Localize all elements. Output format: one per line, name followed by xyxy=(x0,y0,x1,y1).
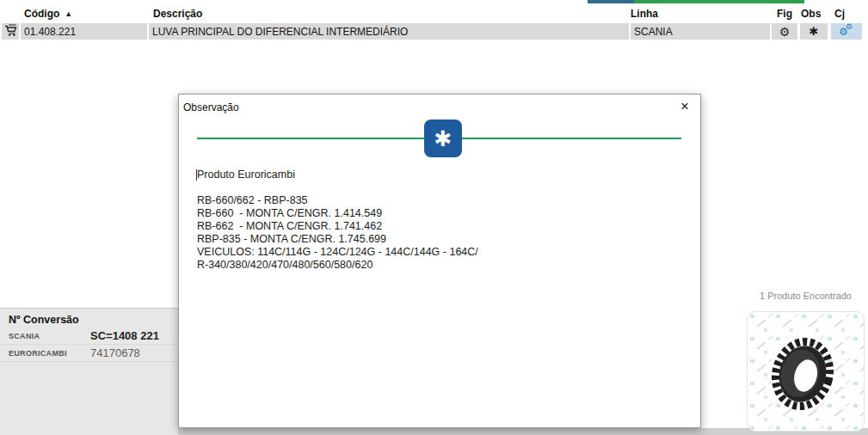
conversion-brand-label: EURORICAMBI xyxy=(9,349,67,358)
figure-button[interactable]: ⚙ xyxy=(772,23,797,40)
row-cell-descricao[interactable]: LUVA PRINCIPAL DO DIFERENCIAL INTERMEDIÁ… xyxy=(149,23,629,40)
conversion-value: 74170678 xyxy=(90,346,140,359)
product-image xyxy=(748,312,864,431)
conversion-row: EURORICAMBI 74170678 xyxy=(0,345,178,362)
toolbar-strip-dark xyxy=(588,0,634,3)
observation-text-area[interactable]: Produto Euroricambi RB-660/662 - RBP-835… xyxy=(197,168,683,272)
observation-line: RB-660/662 - RBP-835 xyxy=(197,194,683,207)
gear-icon: ⚙ xyxy=(779,26,791,38)
asterisk-icon: ✱ xyxy=(810,26,819,37)
text-caret xyxy=(196,169,197,181)
column-header-cj[interactable]: Cj xyxy=(834,8,845,20)
column-header-codigo[interactable]: Código▲ xyxy=(24,8,72,20)
column-header-descricao[interactable]: Descrição xyxy=(153,8,202,20)
observation-line: RB-662 - MONTA C/ENGR. 1.741.462 xyxy=(197,220,683,233)
dialog-title: Observação xyxy=(183,101,239,113)
observation-line: RB-660 - MONTA C/ENGR. 1.414.549 xyxy=(197,207,683,220)
conversion-row: SCANIA SC=1408 221 xyxy=(0,328,178,345)
observation-badge: ✱ xyxy=(424,119,462,157)
column-header-obs[interactable]: Obs xyxy=(801,8,821,20)
column-header-linha[interactable]: Linha xyxy=(631,8,658,20)
conversion-panel-title: Nº Conversão xyxy=(9,314,79,326)
asterisk-icon: ✱ xyxy=(434,126,452,151)
conversion-brand-label: SCANIA xyxy=(9,332,40,340)
row-cell-codigo[interactable]: 01.408.221 xyxy=(21,23,147,40)
cart-icon xyxy=(4,24,17,39)
assembly-button[interactable]: ⚙ ⚙ xyxy=(831,23,862,40)
observation-line xyxy=(197,181,683,194)
observation-line: RBP-835 - MONTA C/ENGR. 1.745.699 xyxy=(197,233,683,246)
observation-line: R-340/380/420/470/480/560/580/620 xyxy=(197,259,683,272)
sort-asc-icon[interactable]: ▲ xyxy=(65,9,72,18)
results-count: 1 Produto Encontrado xyxy=(760,291,852,301)
column-header-fig[interactable]: Fig xyxy=(777,8,792,20)
product-thumbnail-card[interactable] xyxy=(747,311,865,432)
conversion-panel: Nº Conversão SCANIA SC=1408 221 EURORICA… xyxy=(0,308,178,435)
conversion-value: SC=1408 221 xyxy=(90,329,159,342)
observation-line: Produto Euroricambi xyxy=(197,168,683,181)
close-icon[interactable]: × xyxy=(680,99,689,113)
toolbar-strip-green xyxy=(634,0,804,3)
observation-button[interactable]: ✱ xyxy=(800,23,828,40)
column-header-codigo-label: Código xyxy=(24,8,59,20)
observation-dialog: Observação × ✱ Produto Euroricambi RB-66… xyxy=(178,94,701,428)
app-window: Código▲ Descrição Linha Fig Obs Cj 01.40… xyxy=(0,0,868,435)
row-cell-linha[interactable]: SCANIA xyxy=(631,23,770,40)
add-to-cart-button[interactable] xyxy=(2,23,19,40)
observation-line: VEICULOS: 114C/114G - 124C/124G - 144C/1… xyxy=(197,246,683,259)
double-gear-icon: ⚙ ⚙ xyxy=(839,25,854,39)
